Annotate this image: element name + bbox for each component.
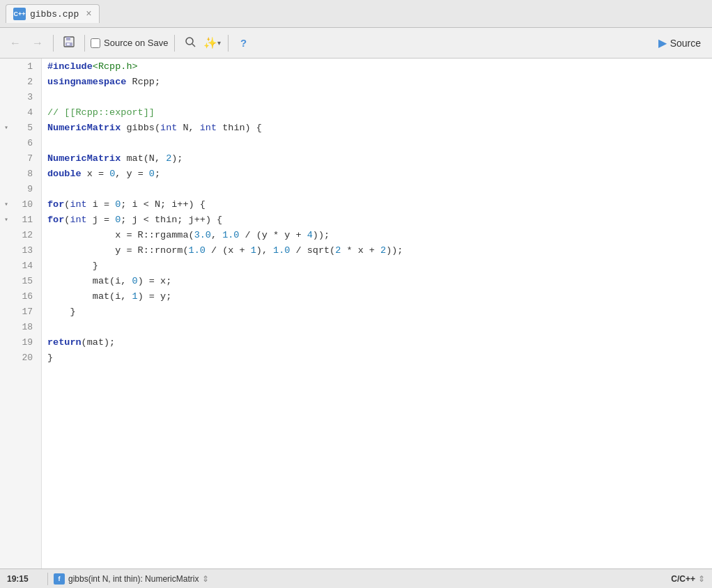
code-line: x = R::rgamma(3.0, 1.0 / (y * y + 4)); (47, 227, 712, 242)
function-text: gibbs(int N, int thin): NumericMatrix (68, 574, 199, 584)
code-content[interactable]: #include <Rcpp.h>using namespace Rcpp;//… (42, 59, 712, 568)
status-sep-1 (47, 573, 48, 585)
forward-button[interactable]: → (28, 33, 47, 53)
toolbar: ← → Source on Save ✨ ▾ (0, 28, 712, 59)
code-line: // [[Rcpp::export]] (47, 105, 712, 120)
line-number: 19 (0, 334, 41, 350)
line-number: 17 (0, 304, 41, 319)
code-editor[interactable]: 12345▾678910▾11▾121314151617181920 #incl… (0, 59, 712, 568)
fold-arrow[interactable]: ▾ (4, 215, 8, 224)
function-arrow: ⇕ (202, 574, 209, 584)
tab-label: gibbs.cpp (30, 9, 79, 20)
svg-rect-3 (67, 43, 70, 45)
code-line: NumericMatrix mat(N, 2); (47, 150, 712, 166)
line-number: 4 (0, 105, 41, 120)
line-number: 16 (0, 288, 41, 304)
code-line: double x = 0, y = 0; (47, 166, 712, 181)
code-line (47, 89, 712, 105)
cursor-position: 19:15 (7, 574, 42, 584)
line-number: 6 (0, 135, 41, 150)
line-number: 5▾ (0, 120, 41, 135)
file-tab[interactable]: C++ gibbs.cpp × (6, 4, 100, 23)
code-line: for(int i = 0; i < N; i++) { (47, 196, 712, 212)
code-line: return(mat); (47, 334, 712, 350)
line-number: 13 (0, 242, 41, 258)
code-line (47, 319, 712, 334)
status-bar: 19:15 f gibbs(int N, int thin): NumericM… (0, 568, 712, 588)
source-button[interactable]: ▶ Source (653, 33, 706, 52)
line-number: 3 (0, 89, 41, 105)
line-numbers: 12345▾678910▾11▾121314151617181920 (0, 59, 42, 568)
line-number: 7 (0, 150, 41, 166)
code-line: y = R::rnorm(1.0 / (x + 1), 1.0 / sqrt(2… (47, 242, 712, 258)
svg-rect-1 (66, 37, 70, 40)
forward-icon: → (32, 37, 43, 49)
code-line: mat(i, 0) = x; (47, 273, 712, 288)
line-number: 18 (0, 319, 41, 334)
code-line: #include <Rcpp.h> (47, 59, 712, 74)
fold-arrow[interactable]: ▾ (4, 200, 8, 208)
function-context: f gibbs(int N, int thin): NumericMatrix … (54, 573, 671, 585)
source-on-save-label: Source on Save (104, 38, 169, 48)
dropdown-arrow: ▾ (217, 39, 221, 47)
tab-close-button[interactable]: × (86, 8, 91, 20)
status-right: C/C++ ⇕ (671, 574, 705, 584)
line-number: 1 (0, 59, 41, 74)
function-icon: f (54, 573, 65, 585)
code-line (47, 135, 712, 150)
line-number: 8 (0, 166, 41, 181)
code-line: } (47, 258, 712, 273)
help-icon: ? (240, 37, 247, 49)
separator-4 (228, 35, 229, 52)
line-number: 20 (0, 350, 41, 365)
language-label: C/C++ (671, 574, 695, 584)
source-run-icon: ▶ (658, 36, 667, 49)
code-line: for(int j = 0; j < thin; j++) { (47, 212, 712, 227)
code-line: NumericMatrix gibbs(int N, int thin) { (47, 120, 712, 135)
magic-icon: ✨ (203, 36, 217, 49)
back-icon: ← (10, 37, 21, 49)
code-line: } (47, 304, 712, 319)
search-icon (184, 36, 196, 51)
line-number: 15 (0, 273, 41, 288)
separator-1 (53, 35, 54, 52)
code-line: } (47, 350, 712, 365)
code-line: mat(i, 1) = y; (47, 288, 712, 304)
separator-3 (174, 35, 175, 52)
fold-arrow[interactable]: ▾ (4, 123, 8, 132)
magic-button[interactable]: ✨ ▾ (203, 33, 222, 53)
back-button[interactable]: ← (6, 33, 25, 53)
save-button[interactable] (59, 33, 79, 53)
help-button[interactable]: ? (234, 33, 254, 53)
line-number: 2 (0, 74, 41, 89)
svg-point-4 (186, 38, 193, 45)
source-on-save-checkbox[interactable] (91, 38, 100, 48)
source-on-save-group[interactable]: Source on Save (91, 38, 169, 48)
line-number: 12 (0, 227, 41, 242)
code-line (47, 181, 712, 196)
search-button[interactable] (180, 33, 200, 53)
source-label: Source (670, 38, 701, 49)
save-icon (63, 36, 75, 51)
line-number: 14 (0, 258, 41, 273)
line-number: 9 (0, 181, 41, 196)
line-number: 10▾ (0, 196, 41, 212)
code-line: using namespace Rcpp; (47, 74, 712, 89)
title-bar: C++ gibbs.cpp × (0, 0, 712, 28)
lang-arrow: ⇕ (698, 574, 705, 584)
separator-2 (84, 35, 85, 52)
cpp-icon: C++ (13, 8, 26, 20)
svg-line-5 (192, 44, 195, 47)
line-number: 11▾ (0, 212, 41, 227)
